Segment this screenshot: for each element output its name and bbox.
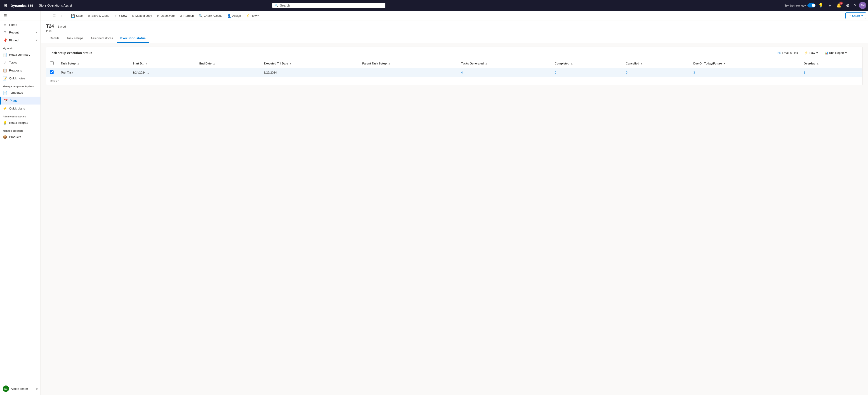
col-overdue[interactable]: Overdue ∧ bbox=[800, 59, 862, 68]
col-cancelled[interactable]: Cancelled ∧ bbox=[622, 59, 690, 68]
email-link-button[interactable]: 📧 Email a Link bbox=[775, 50, 800, 56]
save-close-button[interactable]: ✕ Save & Close bbox=[86, 13, 112, 19]
col-task-setup[interactable]: Task Setup ∧ bbox=[57, 59, 129, 68]
page-header: T24 - Saved Plan bbox=[41, 21, 868, 32]
deactivate-icon: ⊘ bbox=[157, 14, 160, 18]
run-report-button[interactable]: 📊 Run Report ∨ bbox=[822, 50, 849, 56]
user-avatar[interactable]: SM bbox=[859, 2, 866, 9]
cell-overdue[interactable]: 1 bbox=[800, 68, 862, 77]
col-completed-label: Completed bbox=[555, 62, 569, 65]
cell-task-setup: Test Task bbox=[57, 68, 129, 77]
hamburger-icon[interactable]: ☰ bbox=[3, 13, 8, 19]
try-new-look-toggle[interactable] bbox=[807, 3, 815, 7]
completed-link[interactable]: 0 bbox=[555, 71, 556, 74]
search-input[interactable] bbox=[280, 4, 383, 7]
cell-cancelled[interactable]: 0 bbox=[622, 68, 690, 77]
check-access-button[interactable]: 🔍 Check Access bbox=[196, 13, 224, 19]
tab-details[interactable]: Details bbox=[46, 34, 63, 43]
cell-completed[interactable]: 0 bbox=[551, 68, 622, 77]
col-start-date[interactable]: Start D... ↑ bbox=[129, 59, 196, 68]
refresh-icon: ↺ bbox=[180, 14, 182, 18]
cell-due-today-future[interactable]: 3 bbox=[690, 68, 800, 77]
copy-icon: ⧉ bbox=[132, 14, 134, 18]
lightbulb-icon[interactable]: 💡 bbox=[816, 1, 825, 10]
cell-end-date bbox=[196, 68, 260, 77]
deactivate-button[interactable]: ⊘ Deactivate bbox=[155, 13, 177, 19]
manage-products-header: Manage products bbox=[0, 127, 40, 133]
run-report-label: Run Report bbox=[829, 51, 844, 55]
col-tasks-generated[interactable]: Tasks Generated ∧ bbox=[458, 59, 551, 68]
back-button[interactable]: ← bbox=[42, 13, 50, 19]
home-icon: ⌂ bbox=[3, 23, 7, 27]
sidebar-bottom: AC Action center ◇ bbox=[0, 382, 40, 395]
sidebar-item-label: Requests bbox=[9, 69, 38, 72]
card-flow-button[interactable]: ⚡ Flow ∨ bbox=[802, 50, 820, 56]
sidebar-item-recent[interactable]: ◷ Recent ∨ bbox=[0, 29, 40, 36]
sidebar-item-label: Retail summary bbox=[9, 53, 38, 56]
tab-execution-status[interactable]: Execution status bbox=[117, 34, 149, 43]
tasks-generated-link[interactable]: 4 bbox=[461, 71, 463, 74]
cell-tasks-generated[interactable]: 4 bbox=[458, 68, 551, 77]
select-all-checkbox[interactable] bbox=[50, 61, 54, 65]
share-icon: ↗ bbox=[848, 14, 851, 18]
overdue-link[interactable]: 1 bbox=[804, 71, 805, 74]
save-button[interactable]: 💾 Save bbox=[69, 13, 85, 19]
notifications-icon[interactable]: 🔔 99+ bbox=[835, 1, 843, 10]
col-end-date[interactable]: End Date ∧ bbox=[196, 59, 260, 68]
sort-icon: ∧ bbox=[485, 62, 487, 65]
share-button[interactable]: ↗ Share ∨ bbox=[845, 12, 866, 19]
action-center-item[interactable]: AC Action center ◇ bbox=[3, 384, 38, 393]
products-icon: 📦 bbox=[3, 135, 7, 139]
add-icon[interactable]: ＋ bbox=[826, 1, 834, 10]
help-icon[interactable]: ? bbox=[852, 1, 858, 10]
sidebar-item-requests[interactable]: 📋 Requests bbox=[0, 66, 40, 75]
sidebar-item-products[interactable]: 📦 Products bbox=[0, 133, 40, 141]
task-card-title: Task setup execution status bbox=[50, 51, 92, 55]
waffle-icon[interactable]: ⊞ bbox=[2, 1, 9, 10]
table-more-button[interactable]: ⋯ bbox=[851, 50, 859, 56]
content-area: ← ☰ ⊞ 💾 Save ✕ Save & Close ＋ + New bbox=[41, 11, 868, 395]
due-today-future-link[interactable]: 3 bbox=[693, 71, 695, 74]
checkbox-header[interactable] bbox=[46, 59, 57, 68]
sidebar-item-pinned[interactable]: 📌 Pinned ∨ bbox=[0, 36, 40, 44]
sidebar-item-retail-insights[interactable]: 💡 Retail insights bbox=[0, 119, 40, 127]
sidebar-item-plans[interactable]: 📅 Plans bbox=[0, 96, 40, 105]
col-executed-till-date-label: Executed Till Date bbox=[264, 62, 288, 65]
sidebar-item-tasks[interactable]: ✓ Tasks bbox=[0, 59, 40, 66]
assign-button[interactable]: 👤 Assign bbox=[225, 13, 243, 19]
sidebar-item-retail-summary[interactable]: 📊 Retail summary bbox=[0, 51, 40, 59]
sidebar-item-quick-notes[interactable]: 📝 Quick notes bbox=[0, 75, 40, 82]
row-checkbox[interactable] bbox=[50, 70, 54, 74]
make-copy-button[interactable]: ⧉ Make a copy bbox=[130, 12, 154, 19]
col-executed-till-date[interactable]: Executed Till Date ∧ bbox=[260, 59, 359, 68]
col-completed[interactable]: Completed ∧ bbox=[551, 59, 622, 68]
sidebar-item-quick-plans[interactable]: ⚡ Quick plans bbox=[0, 105, 40, 112]
main-layout: ☰ ⌂ Home ◷ Recent ∨ 📌 Pinned ∨ My work 📊… bbox=[0, 11, 868, 395]
new-button[interactable]: ＋ + New bbox=[112, 12, 129, 19]
flow-icon: ⚡ bbox=[246, 14, 250, 18]
settings-icon[interactable]: ⚙ bbox=[844, 1, 851, 10]
more-button[interactable]: ⋯ bbox=[837, 13, 844, 19]
sidebar-item-label: Pinned bbox=[9, 39, 34, 42]
refresh-button[interactable]: ↺ Refresh bbox=[178, 13, 196, 19]
sidebar-item-label: Recent bbox=[9, 31, 34, 34]
manage-templates-header: Manage templates & plans bbox=[0, 82, 40, 89]
sidebar-item-home[interactable]: ⌂ Home bbox=[0, 21, 40, 29]
col-task-setup-label: Task Setup bbox=[61, 62, 76, 65]
tasks-icon: ✓ bbox=[3, 60, 7, 65]
list-view-icon: ☰ bbox=[53, 14, 56, 18]
flow-button[interactable]: ⚡ Flow ∨ bbox=[244, 13, 261, 19]
grid-view-button[interactable]: ⊞ bbox=[59, 13, 66, 19]
templates-icon: 📄 bbox=[3, 90, 7, 95]
col-parent-task-setup[interactable]: Parent Task Setup ∧ bbox=[359, 59, 458, 68]
sidebar-item-label: Quick notes bbox=[9, 77, 38, 80]
cancelled-link[interactable]: 0 bbox=[626, 71, 627, 74]
tab-task-setups[interactable]: Task setups bbox=[63, 34, 87, 43]
sidebar-item-templates[interactable]: 📄 Templates bbox=[0, 89, 40, 96]
col-due-today-future[interactable]: Due On Today/Future ∧ bbox=[690, 59, 800, 68]
try-new-look-label: Try the new look bbox=[784, 4, 806, 7]
row-checkbox-cell[interactable] bbox=[46, 68, 57, 77]
share-label: Share bbox=[852, 14, 860, 18]
tab-assigned-stores[interactable]: Assigned stores bbox=[87, 34, 117, 43]
list-view-button[interactable]: ☰ bbox=[51, 13, 58, 19]
